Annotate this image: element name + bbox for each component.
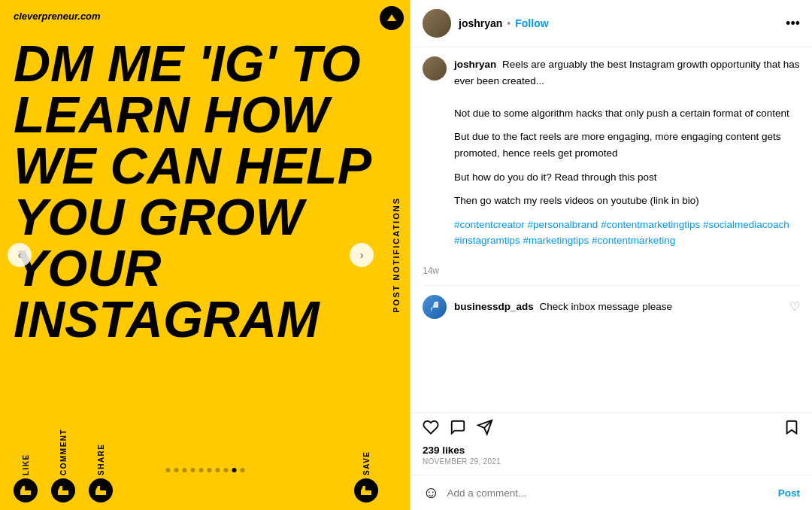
site-watermark: cleverpreneur.com: [14, 11, 101, 22]
caption-timestamp: 14w: [423, 266, 800, 276]
caption-line-1: Reels are arguably the best Instagram gr…: [454, 59, 800, 87]
comment-circle: [51, 478, 75, 502]
post-detail-panel: joshryan • Follow ••• joshryan Reels are…: [410, 0, 812, 510]
post-notifications-label: POST NOTIFICATIONS: [383, 0, 410, 510]
reply-message: Check inbox message please: [540, 301, 672, 312]
share-action[interactable]: SHARE: [89, 439, 113, 502]
caption-line-3: But due to the fact reels are more engag…: [454, 129, 800, 161]
add-comment-row: ☺ Post: [411, 475, 812, 510]
follow-button[interactable]: Follow: [515, 17, 548, 29]
post-image-panel: cleverpreneur.com POST NOTIFICATIONS ‹ ›…: [0, 0, 410, 510]
caption-avatar[interactable]: [423, 56, 447, 80]
like-label: LIKE: [22, 439, 30, 475]
bookmark-button[interactable]: [783, 419, 800, 440]
comment-input[interactable]: [447, 487, 770, 499]
caption-line-2: Not due to some algorithm hacks that onl…: [454, 89, 800, 121]
reply-comment: businessdp_ads Check inbox message pleas…: [423, 289, 800, 325]
like-button[interactable]: [423, 419, 439, 440]
action-icons-row: [423, 419, 800, 440]
svg-marker-1: [20, 486, 31, 495]
likes-count: 239 likes: [423, 445, 800, 456]
post-header: joshryan • Follow •••: [411, 0, 812, 47]
caption-username[interactable]: joshryan: [454, 59, 496, 70]
like-circle: [14, 478, 38, 502]
comment-action[interactable]: COMMENT: [51, 439, 75, 502]
reply-username[interactable]: businessdp_ads: [454, 301, 534, 312]
like-comment-share-actions: LIKE COMMENT SHARE: [0, 439, 113, 502]
caption-line-5: Then go watch my reels videos on youtube…: [454, 193, 800, 209]
bottom-action-bar: LIKE COMMENT SHARE SAVE: [0, 442, 383, 510]
post-comment-button[interactable]: Post: [778, 487, 800, 499]
svg-marker-4: [361, 486, 371, 495]
caption-line-4: But how do you do it? Read through this …: [454, 169, 800, 186]
reply-heart-button[interactable]: ♡: [789, 299, 800, 314]
caption-hashtags[interactable]: #contentcreator #personalbrand #contentm…: [454, 217, 800, 249]
header-username[interactable]: joshryan: [459, 17, 502, 29]
svg-marker-2: [58, 486, 68, 495]
svg-marker-3: [95, 486, 106, 495]
post-headline: DM ME 'IG' TO LEARN HOW WE CAN HELP YOU …: [14, 38, 374, 345]
save-action[interactable]: SAVE: [354, 439, 378, 502]
caption-block: joshryan Reels are arguably the best Ins…: [423, 56, 800, 257]
like-action[interactable]: LIKE: [14, 439, 38, 502]
post-actions-bar: 239 likes NOVEMBER 29, 2021: [411, 412, 812, 475]
comment-label: COMMENT: [59, 439, 68, 475]
post-date: NOVEMBER 29, 2021: [423, 457, 800, 466]
share-label: SHARE: [97, 439, 105, 475]
divider: [423, 285, 800, 286]
emoji-button[interactable]: ☺: [423, 483, 439, 502]
post-content-area: joshryan Reels are arguably the best Ins…: [411, 47, 812, 412]
avatar[interactable]: [423, 9, 451, 38]
prev-slide-button[interactable]: ‹: [8, 243, 32, 267]
caption-body: joshryan Reels are arguably the best Ins…: [454, 56, 800, 249]
share-button[interactable]: [477, 419, 493, 440]
next-slide-button[interactable]: ›: [350, 243, 374, 267]
notifications-arrow-up[interactable]: [380, 6, 404, 30]
more-options-button[interactable]: •••: [786, 16, 800, 32]
svg-marker-5: [431, 302, 438, 312]
reply-text: businessdp_ads Check inbox message pleas…: [454, 301, 782, 312]
svg-marker-0: [387, 14, 396, 21]
save-label: SAVE: [362, 439, 371, 475]
comment-button[interactable]: [450, 419, 466, 440]
save-circle: [354, 478, 378, 502]
share-circle: [89, 478, 113, 502]
reply-avatar[interactable]: [423, 295, 447, 319]
